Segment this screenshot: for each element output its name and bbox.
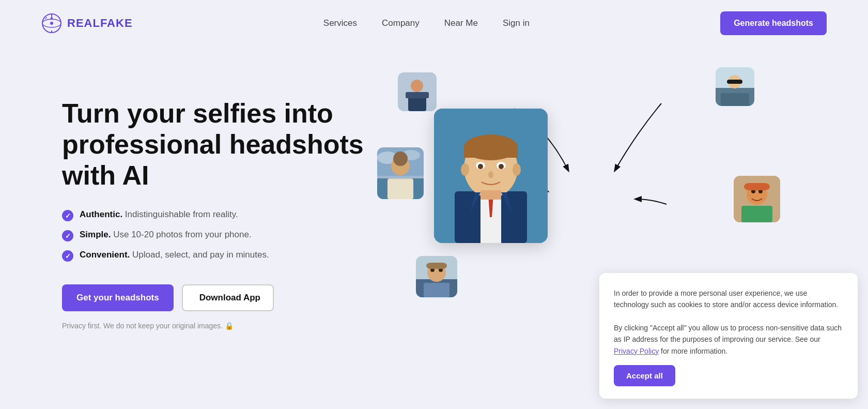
- main-person: [434, 109, 548, 243]
- photo-main-headshot: [434, 109, 548, 243]
- nav-company[interactable]: Company: [382, 18, 420, 28]
- svg-rect-48: [424, 283, 450, 297]
- feature-authentic: Authentic. Indistinguishable from realit…: [62, 209, 382, 221]
- hero-buttons: Get your headshots Download App: [62, 284, 382, 311]
- selfie-person-2: [716, 67, 754, 106]
- svg-point-25: [513, 163, 521, 176]
- photo-selfie-5: [416, 256, 457, 297]
- cookie-banner: In order to provide a more personal user…: [599, 273, 858, 399]
- logo-link[interactable]: REALFAKE: [41, 13, 133, 34]
- feature-simple: Simple. Use 10-20 photos from your phone…: [62, 230, 382, 241]
- logo-icon: [41, 13, 62, 34]
- privacy-notice: Privacy first. We do not keep your origi…: [62, 322, 382, 330]
- svg-rect-10: [727, 80, 742, 84]
- svg-point-2: [50, 22, 53, 25]
- svg-point-22: [499, 164, 504, 169]
- feature-text-3: Convenient. Upload, select, and pay in m…: [80, 250, 269, 260]
- features-list: Authentic. Indistinguishable from realit…: [62, 209, 382, 262]
- privacy-policy-link[interactable]: Privacy Policy: [614, 347, 659, 355]
- feature-text-2: Simple. Use 10-20 photos from your phone…: [80, 230, 252, 240]
- selfie-person-5: [416, 256, 457, 297]
- nav-services[interactable]: Services: [323, 18, 357, 28]
- selfie-person-4: [734, 176, 780, 222]
- svg-rect-18: [464, 147, 518, 158]
- selfie-person-1: [398, 72, 437, 111]
- feature-text-1: Authentic. Indistinguishable from realit…: [80, 209, 238, 220]
- brand-name: REALFAKE: [67, 17, 133, 30]
- nav-links: Services Company Near Me Sign in: [323, 18, 530, 28]
- svg-rect-6: [406, 92, 429, 98]
- photo-selfie-2: [716, 67, 754, 106]
- svg-rect-41: [741, 206, 772, 222]
- svg-rect-44: [744, 183, 770, 190]
- hero-title: Turn your selfies into professional head…: [62, 98, 382, 191]
- feature-convenient: Convenient. Upload, select, and pay in m…: [62, 250, 382, 262]
- navbar: REALFAKE Services Company Near Me Sign i…: [0, 0, 868, 47]
- check-icon-3: [62, 250, 73, 262]
- svg-point-21: [478, 164, 483, 169]
- svg-point-24: [461, 163, 469, 176]
- svg-rect-26: [481, 190, 501, 200]
- svg-rect-11: [721, 93, 749, 106]
- generate-headshots-button[interactable]: Generate headshots: [720, 11, 827, 35]
- check-icon-1: [62, 210, 73, 221]
- hero-content: Turn your selfies into professional head…: [62, 78, 382, 330]
- photo-selfie-1: [398, 72, 437, 111]
- get-headshots-button[interactable]: Get your headshots: [62, 284, 174, 311]
- svg-point-4: [411, 80, 423, 92]
- cookie-text: In order to provide a more personal user…: [614, 287, 843, 357]
- svg-rect-51: [426, 263, 447, 269]
- selfie-person-3: [377, 147, 424, 199]
- svg-rect-37: [388, 179, 413, 199]
- nav-near-me[interactable]: Near Me: [444, 18, 478, 28]
- download-app-button[interactable]: Download App: [182, 284, 274, 311]
- photo-selfie-4: [734, 176, 780, 222]
- svg-point-23: [488, 171, 493, 178]
- check-icon-2: [62, 230, 73, 241]
- nav-sign-in[interactable]: Sign in: [503, 18, 530, 28]
- accept-all-button[interactable]: Accept all: [614, 365, 675, 386]
- photo-selfie-3: [377, 147, 424, 199]
- svg-point-38: [393, 152, 408, 166]
